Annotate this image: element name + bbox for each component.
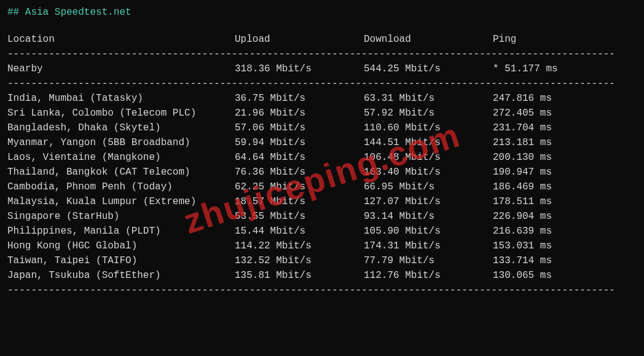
header-download: Download — [364, 32, 493, 47]
cell-location: Taiwan, Taipei (TAIFO) — [7, 253, 235, 268]
cell-download: 105.90 Mbit/s — [364, 224, 493, 239]
nearby-download: 544.25 Mbit/s — [364, 61, 493, 76]
cell-location: Malaysia, Kuala Lumpur (Extreme) — [7, 194, 235, 209]
table-row: Taiwan, Taipei (TAIFO)132.52 Mbit/s77.79… — [7, 253, 637, 268]
table-header-row: Location Upload Download Ping — [7, 32, 637, 47]
divider: ----------------------------------------… — [7, 76, 637, 91]
table-row: Japan, Tsukuba (SoftEther)135.81 Mbit/s1… — [7, 268, 637, 283]
cell-upload: 57.06 Mbit/s — [235, 121, 364, 135]
table-row: Thailand, Bangkok (CAT Telecom)76.36 Mbi… — [7, 165, 637, 180]
cell-ping: 226.904 ms — [493, 209, 552, 224]
cell-ping: 190.947 ms — [493, 165, 552, 180]
table-row: Bangladesh, Dhaka (Skytel)57.06 Mbit/s11… — [7, 121, 637, 135]
cell-download: 57.92 Mbit/s — [364, 106, 493, 121]
cell-download: 163.40 Mbit/s — [364, 165, 493, 180]
table-row: Hong Kong (HGC Global)114.22 Mbit/s174.3… — [7, 239, 637, 253]
cell-upload: 76.36 Mbit/s — [235, 165, 364, 180]
table-row: Singapore (StarHub)53.55 Mbit/s93.14 Mbi… — [7, 209, 637, 224]
cell-download: 110.60 Mbit/s — [364, 121, 493, 135]
cell-ping: 186.469 ms — [493, 180, 552, 194]
cell-location: Hong Kong (HGC Global) — [7, 239, 235, 253]
cell-upload: 59.94 Mbit/s — [235, 135, 364, 150]
header-location: Location — [7, 32, 235, 47]
cell-upload: 64.64 Mbit/s — [235, 150, 364, 165]
header-upload: Upload — [235, 32, 364, 47]
table-row: Myanmar, Yangon (5BB Broadband)59.94 Mbi… — [7, 135, 637, 150]
cell-upload: 36.75 Mbit/s — [235, 91, 364, 106]
cell-location: Philippines, Manila (PLDT) — [7, 224, 235, 239]
results-container: India, Mumbai (Tatasky)36.75 Mbit/s63.31… — [7, 91, 637, 283]
cell-ping: 213.181 ms — [493, 135, 552, 150]
cell-download: 144.51 Mbit/s — [364, 135, 493, 150]
cell-ping: 200.130 ms — [493, 150, 552, 165]
cell-ping: 133.714 ms — [493, 253, 552, 268]
cell-download: 106.48 Mbit/s — [364, 150, 493, 165]
cell-upload: 21.96 Mbit/s — [235, 106, 364, 121]
cell-location: Japan, Tsukuba (SoftEther) — [7, 268, 235, 283]
nearby-ping: * 51.177 ms — [493, 61, 558, 76]
cell-ping: 216.639 ms — [493, 224, 552, 239]
nearby-upload: 318.36 Mbit/s — [235, 61, 364, 76]
table-row: India, Mumbai (Tatasky)36.75 Mbit/s63.31… — [7, 91, 637, 106]
cell-download: 174.31 Mbit/s — [364, 239, 493, 253]
cell-download: 93.14 Mbit/s — [364, 209, 493, 224]
cell-upload: 18.57 Mbit/s — [235, 194, 364, 209]
cell-upload: 132.52 Mbit/s — [235, 253, 364, 268]
cell-upload: 62.25 Mbit/s — [235, 180, 364, 194]
divider: ----------------------------------------… — [7, 47, 637, 61]
cell-download: 127.07 Mbit/s — [364, 194, 493, 209]
cell-ping: 231.704 ms — [493, 121, 552, 135]
cell-location: Thailand, Bangkok (CAT Telecom) — [7, 165, 235, 180]
cell-upload: 114.22 Mbit/s — [235, 239, 364, 253]
cell-download: 63.31 Mbit/s — [364, 91, 493, 106]
cell-location: India, Mumbai (Tatasky) — [7, 91, 235, 106]
cell-download: 112.76 Mbit/s — [364, 268, 493, 283]
cell-download: 66.95 Mbit/s — [364, 180, 493, 194]
table-row: Cambodia, Phnom Penh (Today)62.25 Mbit/s… — [7, 180, 637, 194]
cell-download: 77.79 Mbit/s — [364, 253, 493, 268]
table-row: Philippines, Manila (PLDT)15.44 Mbit/s10… — [7, 224, 637, 239]
cell-ping: 153.031 ms — [493, 239, 552, 253]
cell-upload: 135.81 Mbit/s — [235, 268, 364, 283]
cell-location: Myanmar, Yangon (5BB Broadband) — [7, 135, 235, 150]
cell-location: Singapore (StarHub) — [7, 209, 235, 224]
divider: ----------------------------------------… — [7, 283, 637, 298]
table-row: Sri Lanka, Colombo (Telecom PLC)21.96 Mb… — [7, 106, 637, 121]
cell-upload: 53.55 Mbit/s — [235, 209, 364, 224]
cell-ping: 247.816 ms — [493, 91, 552, 106]
cell-ping: 130.065 ms — [493, 268, 552, 283]
cell-location: Sri Lanka, Colombo (Telecom PLC) — [7, 106, 235, 121]
table-row: Malaysia, Kuala Lumpur (Extreme)18.57 Mb… — [7, 194, 637, 209]
header-ping: Ping — [493, 32, 516, 47]
cell-location: Laos, Vientaine (Mangkone) — [7, 150, 235, 165]
nearby-row: Nearby 318.36 Mbit/s 544.25 Mbit/s * 51.… — [7, 61, 637, 76]
cell-upload: 15.44 Mbit/s — [235, 224, 364, 239]
table-row: Laos, Vientaine (Mangkone)64.64 Mbit/s10… — [7, 150, 637, 165]
cell-ping: 272.405 ms — [493, 106, 552, 121]
cell-ping: 178.511 ms — [493, 194, 552, 209]
cell-location: Cambodia, Phnom Penh (Today) — [7, 180, 235, 194]
section-title: ## Asia Speedtest.net — [7, 5, 637, 20]
nearby-location: Nearby — [7, 61, 235, 76]
cell-location: Bangladesh, Dhaka (Skytel) — [7, 121, 235, 135]
